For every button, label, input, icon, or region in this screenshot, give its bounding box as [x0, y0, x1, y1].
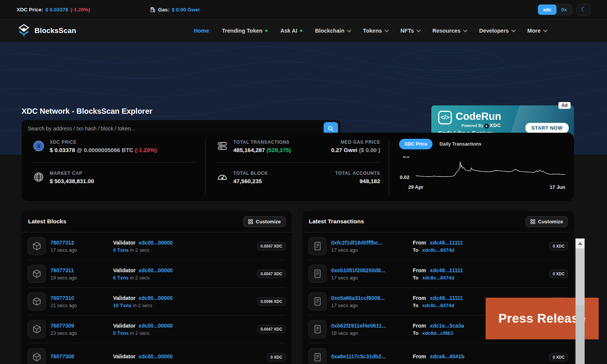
blocks-customize-button[interactable]: Customize: [243, 216, 286, 227]
receipt-icon: [308, 348, 327, 364]
block-number-link[interactable]: 76077312: [50, 240, 113, 246]
scrollbar-thumb[interactable]: [576, 248, 585, 305]
blocks-card-title: Latest Blocks: [28, 218, 66, 225]
block-reward-badge: 0.0047 XDC: [257, 242, 286, 250]
tx-hash-link[interactable]: 0xe5a66a31ccf8009...: [331, 295, 413, 301]
brand-logo-group[interactable]: BlocksScan: [17, 24, 76, 37]
arrow-up-icon: [578, 242, 582, 245]
block-number-link[interactable]: 76077311: [50, 267, 113, 273]
nav-item-more[interactable]: More: [527, 28, 546, 34]
chart-tabs: XDC Price Daily Transactions: [399, 139, 481, 149]
from-label: From: [413, 323, 426, 329]
block-duration: in 2 secs: [130, 247, 149, 253]
validator-label: Validator: [113, 323, 135, 329]
to-address-link[interactable]: xdc8c...8474d: [422, 247, 454, 253]
transaction-row: 0xa8e1117c5c31db2... Fromxdca6...4041b 0…: [308, 343, 568, 364]
block-reward-badge: 0.0047 XDC: [257, 325, 286, 333]
to-label: To: [413, 247, 418, 253]
cube-icon: [28, 292, 46, 311]
toggle-0x-button[interactable]: 0x: [557, 5, 572, 15]
to-address-link[interactable]: xdc6d...cf8b1: [422, 330, 453, 336]
nav-item-blockchain[interactable]: Blockchain: [315, 28, 350, 34]
nav-item-ask-ai[interactable]: Ask AI: [280, 28, 302, 34]
search-input[interactable]: [28, 126, 324, 132]
price-label: XDC Price:: [17, 7, 43, 13]
to-address-link[interactable]: xdc8c...8474d: [422, 303, 454, 308]
block-row: 7607730923 secs ago Validator xdc00...00…: [28, 315, 286, 343]
nav-item-nfts[interactable]: NFTs: [401, 28, 420, 34]
search-icon: [328, 126, 334, 132]
tab-daily-transactions[interactable]: Daily Transactions: [439, 141, 481, 147]
price-chart: 0.1 0.02 29 Apr 17 Jun: [398, 153, 572, 191]
stat-value: 948,182: [264, 178, 380, 184]
blocks-list: 7607731217 secs ago Validator xdc00...00…: [22, 232, 292, 364]
stat-total-accounts: TOTAL ACCOUNTS 948,182: [264, 171, 380, 184]
press-release-label: Press Release: [498, 311, 586, 326]
price-value[interactable]: $ 0.03378: [46, 7, 68, 13]
from-address-link[interactable]: xdc1e...3ca3a: [430, 323, 464, 329]
txns-link[interactable]: 10 Txns: [113, 303, 131, 308]
main-navbar: BlocksScan Home Trending Token Ask AI Bl…: [0, 20, 607, 42]
validator-label: Validator: [113, 267, 135, 273]
xdc-coin-icon: x: [484, 124, 489, 129]
transactions-customize-button[interactable]: Customize: [525, 216, 568, 227]
txns-link[interactable]: 4 Txns: [113, 247, 129, 253]
tab-xdc-price[interactable]: XDC Price: [399, 139, 432, 149]
divider: [31, 162, 196, 163]
stat-xdc-price: X XDC PRICE $ 0.03378 @ 0.0000005066 BTC…: [32, 140, 157, 153]
block-duration: in 2 secs: [133, 303, 152, 308]
block-reward-badge: 0.0096 XDC: [257, 297, 286, 306]
validator-address-link[interactable]: xdc00...00000: [138, 267, 173, 273]
nav-item-resources[interactable]: Resources: [432, 28, 466, 34]
gas-ticker: Gas: $ 0.00 Gwei: [150, 7, 200, 13]
validator-label: Validator: [113, 353, 135, 359]
from-address-link[interactable]: xdc48...11111: [430, 295, 463, 301]
txns-link[interactable]: 6 Txns: [113, 275, 129, 281]
block-number-link[interactable]: 76077308: [50, 353, 113, 359]
nav-item-tokens[interactable]: Tokens: [363, 28, 388, 34]
tx-amount-badge: 0 XDC: [549, 242, 568, 250]
from-label: From: [413, 267, 426, 273]
transaction-row: 0xeb1051f208250d8...17 secs ago Fromxdc4…: [308, 260, 568, 288]
scrollbar-up-button[interactable]: [576, 238, 585, 248]
cube-icon: [28, 348, 46, 364]
validator-address-link[interactable]: xdc00...00000: [138, 295, 173, 301]
to-address-link[interactable]: xdc8c...8474d: [422, 275, 454, 281]
txns-link[interactable]: 5 Txns: [113, 330, 129, 336]
tx-hash-link[interactable]: 0xeb1051f208250d8...: [331, 267, 413, 273]
tx-time: 17 secs ago: [331, 303, 413, 308]
start-now-button[interactable]: START NOW: [525, 123, 569, 133]
from-address-link[interactable]: xdc48...11111: [430, 240, 463, 246]
validator-address-link[interactable]: xdc00...00000: [138, 240, 173, 246]
from-address-link[interactable]: xdc48...11111: [430, 267, 463, 273]
toggle-xdc-button[interactable]: xdc: [538, 5, 556, 15]
cube-icon: [28, 320, 46, 338]
nav-item-home[interactable]: Home: [194, 28, 209, 34]
stat-value: $ 503,438,831.00: [50, 178, 94, 184]
nav-item-developers[interactable]: Developers: [479, 28, 514, 34]
receipt-icon: [308, 237, 327, 255]
divider: [389, 139, 389, 195]
block-time: 21 secs ago: [50, 303, 113, 308]
stat-value: 47,560,235: [233, 178, 268, 184]
validator-address-link[interactable]: xdc00...00000: [138, 323, 173, 329]
gas-value[interactable]: $ 0.00 Gwei: [172, 7, 200, 13]
svg-text:X: X: [37, 143, 41, 149]
block-number-link[interactable]: 76077310: [50, 295, 113, 301]
block-number-link[interactable]: 76077309: [50, 323, 113, 329]
stat-label: TOTAL ACCOUNTS: [264, 171, 380, 176]
tx-hash-link[interactable]: 0xa8e1117c5c31db2...: [331, 353, 413, 359]
tx-hash-link[interactable]: 0xb62f2911ef4e0611...: [331, 323, 413, 329]
coderun-logo-icon: </>: [438, 111, 452, 124]
tx-hash-link[interactable]: 0xfc2f1df18d0fffbc...: [331, 240, 413, 246]
xdc-coin-icon: X: [32, 140, 45, 152]
validator-address-link[interactable]: xdc00...00000: [138, 353, 173, 359]
brand-name: BlocksScan: [35, 27, 76, 35]
price-change: (-1.20%): [71, 7, 90, 13]
nav-item-trending-token[interactable]: Trending Token: [222, 28, 267, 34]
from-address-link[interactable]: xdca6...4041b: [430, 353, 464, 359]
gauge-icon: [216, 171, 229, 184]
transactions-scrollbar[interactable]: [576, 238, 585, 364]
dark-mode-button[interactable]: ☾: [577, 4, 590, 16]
transaction-row: 0xfc2f1df18d0fffbc...17 secs ago Fromxdc…: [308, 232, 568, 260]
